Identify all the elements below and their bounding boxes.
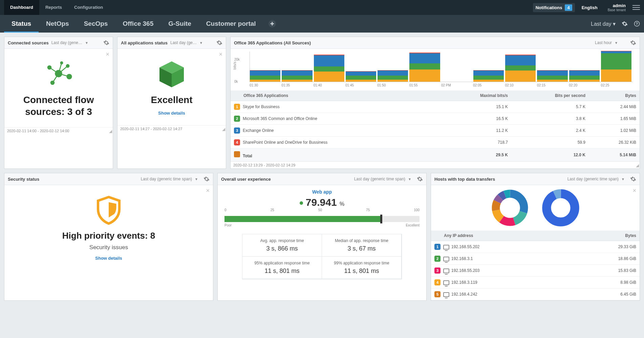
metric-cell: 95% application response time11 s, 801 m… [242, 256, 322, 279]
ux-gauge [224, 216, 420, 222]
chevron-down-icon[interactable]: ▼ [199, 41, 203, 45]
col-header[interactable]: Bits per second [511, 91, 589, 101]
notifications-label: Notifications [536, 5, 562, 10]
table-row[interactable]: 5192.168.4.2426.45 GiB [431, 289, 640, 300]
panel-connected-sources: Connected sources Last day (gene… ▼ × Co… [4, 37, 113, 169]
resize-handle-icon[interactable]: ◢ [636, 163, 639, 168]
o365-stacked-area-chart[interactable]: bits/s 20k 0k [250, 52, 633, 82]
connected-sources-headline: Connected flow sources: 3 of 3 [8, 94, 109, 118]
help-icon[interactable]: ? [634, 21, 640, 27]
close-icon[interactable]: × [106, 51, 109, 58]
poor-label: Poor [224, 223, 232, 227]
col-header[interactable]: Office 365 Applications [231, 91, 439, 101]
col-header[interactable]: Bytes [589, 91, 640, 101]
nav-configuration[interactable]: Configuration [68, 0, 109, 15]
chevron-down-icon[interactable]: ▼ [85, 41, 88, 45]
panel-timespan[interactable]: Last day (generic time span) [141, 177, 192, 181]
nav-dashboard[interactable]: Dashboard [4, 0, 39, 15]
show-details-link[interactable]: Show details [121, 111, 222, 116]
gear-icon[interactable] [622, 21, 628, 27]
svg-text:?: ? [636, 22, 638, 26]
resize-handle-icon[interactable]: ◢ [222, 127, 225, 132]
table-row[interactable]: 4192.168.3.1198.98 GiB [431, 277, 640, 289]
user-tenant: Base tenant [608, 8, 626, 12]
close-icon[interactable]: × [219, 51, 222, 58]
tab-secops[interactable]: SecOps [77, 15, 115, 33]
language-selector[interactable]: English [575, 5, 604, 10]
panel-timespan[interactable]: Last day (ge… [170, 40, 197, 45]
table-row[interactable]: 3192.168.55.20315.83 GiB [431, 265, 640, 277]
monitor-icon [443, 280, 449, 285]
panel-title: Office 365 Applications (All Sources) [234, 40, 311, 45]
table-row[interactable]: 3Exchange Online11.2 K2.4 K1.02 MiB [231, 125, 640, 137]
table-row[interactable]: 2Microsoft 365 Common and Office Online1… [231, 113, 640, 125]
metric-cell: Median of app. response time3 s, 67 ms [322, 234, 402, 257]
gear-icon[interactable] [417, 176, 423, 182]
nav-reports[interactable]: Reports [39, 0, 68, 15]
col-header[interactable]: Any IP address [431, 231, 572, 241]
panel-all-applications-status: All applications status Last day (ge… ▼ … [117, 37, 226, 169]
monitor-icon [443, 292, 449, 297]
resize-handle-icon[interactable]: ◢ [109, 129, 112, 134]
cube-icon [121, 58, 222, 90]
hamburger-icon[interactable] [632, 5, 640, 10]
user-name: admin [608, 3, 626, 8]
panel-office365-applications: Office 365 Applications (All Sources) La… [230, 37, 640, 169]
panel-overall-user-experience: Overall user experience Last day (generi… [217, 173, 427, 301]
top-navbar: Dashboard Reports Configuration Notifica… [0, 0, 644, 15]
dashboard-tabs: Status NetOps SecOps Office 365 G-Suite … [0, 15, 644, 33]
panel-footer-timestamp: 2020-02-11 14:27 - 2020-02-12 14:27 [120, 127, 182, 131]
network-icon [8, 58, 109, 90]
security-subtitle: Security issues [8, 244, 210, 251]
panel-footer-timestamp: 2020-02-11 14:00 - 2020-02-12 14:00 [7, 129, 69, 133]
app-status-headline: Excellent [121, 94, 222, 106]
show-details-link[interactable]: Show details [8, 256, 210, 261]
donut-chart-left[interactable] [490, 189, 530, 226]
user-menu[interactable]: admin Base tenant [604, 3, 629, 12]
donut-chart-right[interactable] [540, 189, 581, 226]
col-header[interactable]: Maximal bits/s [439, 91, 511, 101]
panel-timespan[interactable]: Last day (generic time span) [567, 177, 619, 181]
metric-cell: 99% application response time11 s, 801 m… [322, 256, 402, 279]
add-tab-button[interactable]: ✚ [269, 20, 276, 27]
col-header[interactable]: Bytes [572, 231, 640, 241]
table-row[interactable]: 1Skype for Bussiness15.1 K5.7 K2.44 MiB [231, 101, 640, 113]
excellent-label: Excellent [406, 223, 420, 227]
tab-office365[interactable]: Office 365 [115, 15, 161, 33]
gear-icon[interactable] [630, 40, 636, 46]
panel-title: Overall user experience [221, 177, 271, 182]
chevron-down-icon[interactable]: ▼ [408, 177, 411, 181]
chevron-down-icon[interactable]: ▼ [615, 41, 618, 45]
table-row[interactable]: 2192.168.3.118.86 GiB [431, 253, 640, 265]
panel-footer-timestamp: 2020-02-12 13:29 - 2020-02-12 14:29 [233, 163, 295, 167]
tab-gsuite[interactable]: G-Suite [161, 15, 199, 33]
gear-icon[interactable] [203, 176, 210, 182]
hosts-table: Any IP address Bytes 1192.168.55.20229.3… [431, 231, 640, 300]
tab-customer-portal[interactable]: Customer portal [199, 15, 263, 33]
notifications-button[interactable]: Notifications 4 [533, 3, 575, 12]
tab-status[interactable]: Status [4, 15, 39, 33]
table-row[interactable]: 1192.168.55.20229.33 GiB [431, 241, 640, 253]
shield-icon [8, 195, 210, 226]
panel-title: Hosts with top data transfers [434, 177, 495, 182]
panel-timespan[interactable]: Last day (gene… [51, 40, 82, 45]
table-row-total: Total29.5 K12.0 K5.14 MiB [231, 148, 640, 161]
global-time-selector[interactable]: Last day ▾ [591, 21, 616, 27]
gear-icon[interactable] [216, 40, 222, 46]
table-row[interactable]: 4SharePoint Online and OneDrive for Buss… [231, 137, 640, 148]
panel-timespan[interactable]: Last day (generic time span) [354, 177, 405, 181]
monitor-icon [443, 257, 449, 261]
security-headline: High priority events: 8 [8, 230, 210, 241]
panel-title: Security status [8, 177, 39, 182]
metric-cell: Avg. app. response time3 s, 866 ms [242, 234, 322, 257]
panel-timespan[interactable]: Last hour [595, 40, 612, 45]
gear-icon[interactable] [103, 40, 109, 46]
gear-icon[interactable] [630, 176, 636, 182]
ux-percentage: 79.941 % [222, 197, 422, 208]
chevron-down-icon[interactable]: ▼ [195, 177, 198, 181]
chevron-down-icon[interactable]: ▼ [621, 177, 625, 181]
tab-netops[interactable]: NetOps [39, 15, 77, 33]
notifications-count: 4 [565, 4, 572, 11]
close-icon[interactable]: × [206, 187, 210, 194]
close-icon[interactable]: × [632, 187, 636, 194]
